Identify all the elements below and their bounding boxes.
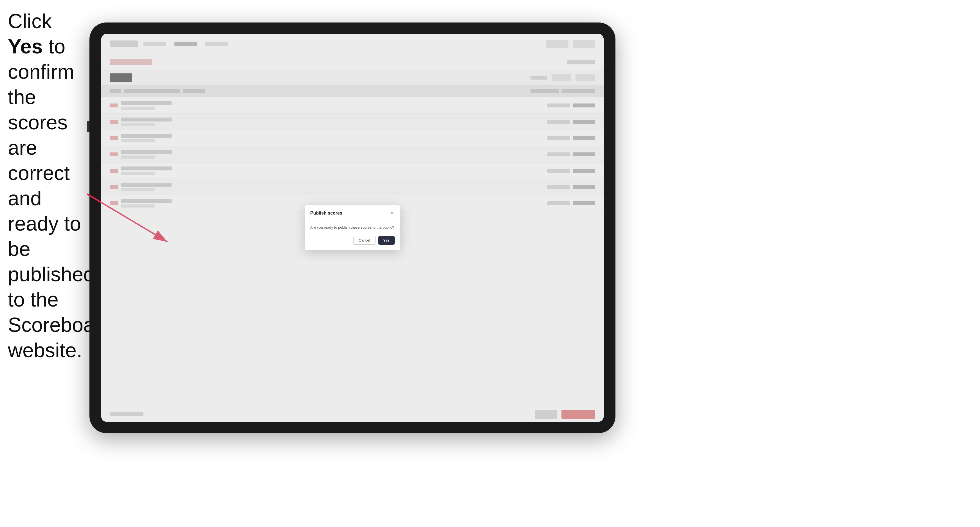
instruction-bold-word: Yes xyxy=(8,35,43,58)
tablet-device: Publish scores × Are you ready to publis… xyxy=(89,22,616,433)
modal-close-button[interactable]: × xyxy=(389,210,395,216)
modal-overlay: Publish scores × Are you ready to publis… xyxy=(101,34,604,422)
modal-title: Publish scores xyxy=(310,211,342,216)
modal-header: Publish scores × xyxy=(305,205,400,220)
yes-button[interactable]: Yes xyxy=(378,236,395,244)
tablet-side-button xyxy=(87,121,89,132)
instruction-text-prefix: Click xyxy=(8,10,52,32)
instruction-text: Click Yes to confirm the scores are corr… xyxy=(8,8,89,363)
cancel-button[interactable]: Cancel xyxy=(353,236,375,244)
tablet-screen: Publish scores × Are you ready to publis… xyxy=(101,34,604,422)
modal-body: Are you ready to publish these scores to… xyxy=(305,220,400,250)
modal-message: Are you ready to publish these scores to… xyxy=(310,225,395,230)
publish-scores-modal: Publish scores × Are you ready to publis… xyxy=(305,205,400,250)
modal-actions: Cancel Yes xyxy=(310,236,395,244)
